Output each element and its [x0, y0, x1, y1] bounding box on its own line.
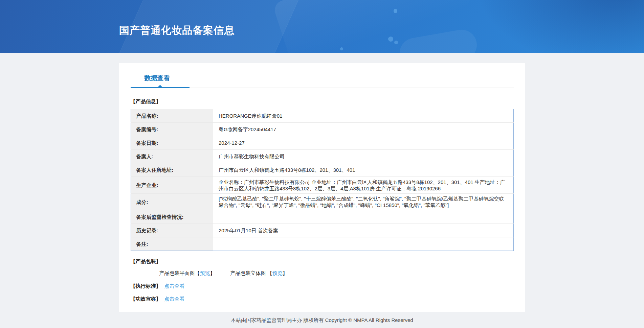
standards-row: 【执行标准】点击查看 [131, 283, 514, 289]
bracket-close: 】 [283, 270, 288, 276]
row-value: 2024-12-27 [213, 136, 513, 150]
row-value: 2025年01月10日 首次备案 [213, 224, 513, 237]
tab-data-view[interactable]: 数据查看 [145, 74, 170, 87]
row-value: HERORANGE迷你腮红膏01 [213, 109, 513, 123]
table-row-filer-address: 备案人住所地址: 广州市白云区人和镇鹤龙五路433号8栋102、201、301、… [131, 163, 513, 177]
table-row-product-name: 产品名称: HERORANGE迷你腮红膏01 [131, 109, 513, 123]
table-row-manufacturer: 生产企业: 企业名称：广州市慕彩生物科技有限公司 企业地址：广州市白云区人和镇鹤… [131, 177, 513, 194]
decor-dot [388, 37, 393, 42]
row-label: 备注: [131, 237, 213, 251]
bracket-open: 【 [195, 270, 200, 276]
row-label: 备案编号: [131, 123, 213, 136]
tab-underline-track [131, 87, 514, 88]
decor-dot [340, 47, 343, 50]
copyright-text: 本站由国家药品监督管理局主办 版权所有 Copyright © NMPA All… [231, 317, 413, 323]
packaging-3d-label: 产品包装立体图 [230, 270, 266, 276]
table-row-history: 历史记录: 2025年01月10日 首次备案 [131, 224, 513, 237]
claims-view-link[interactable]: 点击查看 [164, 296, 185, 302]
row-value: 企业名称：广州市慕彩生物科技有限公司 企业地址：广州市白云区人和镇鹤龙五路433… [213, 177, 513, 194]
packaging-flat-label: 产品包装平面图 [159, 270, 195, 276]
table-row-ingredients: 成分: ["棕榈酸乙基己酯", "聚二甲基硅氧烷", "十三烷醇偏苯三酸酯", … [131, 194, 513, 210]
decor-dot [394, 9, 397, 13]
detail-card: 数据查看 【产品信息】 产品名称: HERORANGE迷你腮红膏01 备案编号:… [119, 63, 525, 312]
page-footer: 本站由国家药品监督管理局主办 版权所有 Copyright © NMPA All… [0, 312, 644, 324]
tab-active-triangle-icon [158, 85, 162, 87]
row-value: 广州市慕彩生物科技有限公司 [213, 150, 513, 163]
row-value [213, 210, 513, 224]
bracket-open: 【 [267, 270, 272, 276]
page: 国产普通化妆品备案信息 数据查看 【产品信息】 产品名称: HERORANGE迷… [0, 0, 644, 324]
row-label: 备案后监督检查情况: [131, 210, 213, 224]
row-value: 广州市白云区人和镇鹤龙五路433号8栋102、201、301、401 [213, 163, 513, 177]
row-label: 备案人: [131, 150, 213, 163]
row-label: 产品名称: [131, 109, 213, 123]
table-row-filing-date: 备案日期: 2024-12-27 [131, 136, 513, 150]
table-row-filer: 备案人: 广州市慕彩生物科技有限公司 [131, 150, 513, 163]
section-product-info-title: 【产品信息】 [131, 98, 514, 105]
bracket-close: 】 [210, 270, 215, 276]
standards-label: 【执行标准】 [131, 283, 161, 289]
packaging-flat-preview-link[interactable]: 预览 [200, 270, 210, 276]
tab-bar: 数据查看 [131, 74, 514, 88]
standards-view-link[interactable]: 点击查看 [164, 283, 185, 289]
packaging-3d-preview-link[interactable]: 预览 [272, 270, 283, 276]
product-info-table: 产品名称: HERORANGE迷你腮红膏01 备案编号: 粤G妆网备字20245… [131, 109, 514, 251]
claims-label: 【功效宣称】 [131, 296, 161, 302]
row-label: 生产企业: [131, 177, 213, 194]
row-value [213, 237, 513, 251]
packaging-previews-row: 产品包装平面图【预览】产品包装立体图 【预览】 [131, 270, 514, 277]
table-row-supervision: 备案后监督检查情况: [131, 210, 513, 224]
decor-pill-shape [397, 27, 479, 53]
page-header: 国产普通化妆品备案信息 [0, 0, 644, 53]
table-row-remarks: 备注: [131, 237, 513, 251]
page-title: 国产普通化妆品备案信息 [119, 24, 235, 38]
tab-underline-active [131, 87, 190, 88]
decor-dot [394, 41, 398, 44]
row-label: 历史记录: [131, 224, 213, 237]
row-value: ["棕榈酸乙基己酯", "聚二甲基硅氧烷", "十三烷醇偏苯三酸酯", "二氧化… [213, 194, 513, 210]
table-row-filing-number: 备案编号: 粤G妆网备字2024504417 [131, 123, 513, 136]
row-label: 成分: [131, 194, 213, 210]
row-label: 备案日期: [131, 136, 213, 150]
claims-row: 【功效宣称】点击查看 [131, 296, 514, 302]
row-value: 粤G妆网备字2024504417 [213, 123, 513, 136]
row-label: 备案人住所地址: [131, 163, 213, 177]
main-content: 数据查看 【产品信息】 产品名称: HERORANGE迷你腮红膏01 备案编号:… [0, 53, 644, 312]
section-packaging-title: 【产品包装】 [131, 258, 514, 265]
